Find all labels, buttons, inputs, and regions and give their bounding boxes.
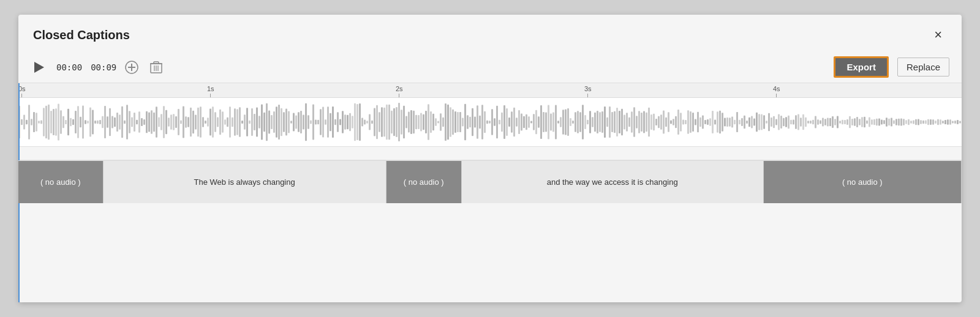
close-button[interactable]: ×: [929, 26, 947, 44]
svg-rect-158: [383, 108, 385, 136]
svg-rect-182: [442, 117, 444, 127]
svg-rect-21: [48, 105, 50, 140]
svg-rect-289: [704, 120, 706, 124]
svg-rect-25: [58, 104, 59, 141]
svg-rect-76: [183, 106, 184, 138]
svg-rect-12: [26, 120, 28, 124]
svg-rect-170: [413, 111, 415, 133]
svg-rect-132: [320, 109, 322, 135]
timecode-total: 00:09: [91, 62, 116, 72]
svg-rect-156: [379, 112, 380, 132]
svg-rect-218: [530, 121, 532, 123]
caption-no-audio[interactable]: ( no audio ): [764, 161, 962, 203]
svg-rect-309: [753, 119, 755, 126]
svg-rect-89: [214, 112, 216, 132]
svg-rect-263: [641, 113, 643, 132]
svg-rect-198: [481, 105, 483, 140]
svg-rect-262: [638, 111, 640, 133]
svg-rect-140: [339, 119, 341, 125]
svg-rect-38: [89, 108, 91, 137]
add-button[interactable]: [123, 58, 141, 76]
svg-rect-135: [327, 106, 329, 137]
svg-rect-192: [467, 115, 469, 129]
svg-rect-249: [606, 117, 608, 127]
ruler-tick: 2s: [396, 85, 403, 97]
svg-rect-340: [829, 118, 831, 126]
svg-rect-258: [628, 117, 630, 127]
svg-rect-191: [464, 104, 466, 140]
ruler-tick-line: [776, 94, 777, 97]
svg-rect-74: [178, 109, 179, 135]
svg-rect-147: [356, 104, 358, 140]
svg-rect-83: [200, 106, 202, 137]
play-icon: [34, 62, 44, 73]
svg-rect-24: [55, 108, 57, 135]
caption-text[interactable]: and the way we access it is changing: [462, 161, 764, 203]
svg-rect-282: [687, 110, 689, 133]
svg-rect-32: [75, 111, 77, 133]
svg-rect-56: [134, 113, 135, 132]
svg-rect-311: [758, 114, 760, 130]
ruler-tick: 1s: [207, 85, 214, 97]
svg-rect-48: [114, 117, 116, 127]
svg-rect-15: [33, 112, 35, 132]
svg-rect-29: [67, 109, 69, 136]
svg-rect-111: [268, 111, 270, 134]
svg-rect-393: [959, 121, 961, 123]
svg-rect-231: [562, 110, 564, 134]
svg-rect-100: [241, 121, 243, 124]
svg-rect-33: [77, 106, 79, 138]
svg-rect-350: [854, 118, 856, 126]
svg-rect-354: [864, 117, 865, 127]
svg-rect-212: [516, 117, 518, 126]
svg-rect-95: [229, 106, 231, 137]
svg-rect-141: [342, 111, 344, 133]
play-button[interactable]: [31, 59, 48, 76]
svg-rect-280: [682, 119, 684, 124]
svg-rect-84: [202, 117, 204, 127]
svg-rect-291: [709, 118, 711, 126]
svg-rect-86: [207, 117, 209, 127]
svg-rect-179: [435, 118, 437, 126]
svg-rect-211: [513, 108, 515, 137]
svg-rect-108: [261, 104, 263, 140]
svg-rect-58: [138, 111, 140, 133]
svg-rect-118: [285, 109, 287, 136]
replace-button[interactable]: Replace: [897, 58, 949, 76]
svg-rect-233: [567, 108, 569, 136]
playhead: [18, 98, 20, 146]
export-button[interactable]: Export: [834, 56, 889, 78]
svg-rect-363: [886, 117, 888, 126]
svg-rect-357: [871, 119, 873, 125]
delete-button[interactable]: [147, 58, 165, 76]
svg-rect-241: [587, 120, 589, 124]
svg-rect-59: [141, 118, 143, 126]
svg-rect-351: [856, 117, 858, 127]
ruler: 0s1s2s3s4s5s: [18, 83, 962, 98]
svg-rect-116: [281, 108, 282, 136]
svg-rect-367: [895, 119, 897, 125]
svg-rect-105: [254, 114, 255, 130]
svg-rect-344: [839, 121, 841, 124]
svg-rect-304: [741, 118, 743, 126]
svg-rect-295: [719, 111, 721, 133]
dialog-title: Closed Captions: [33, 28, 130, 42]
svg-rect-44: [104, 106, 106, 138]
svg-rect-324: [790, 120, 792, 124]
svg-rect-109: [263, 113, 265, 132]
svg-rect-54: [129, 111, 130, 133]
svg-rect-332: [810, 121, 812, 124]
svg-rect-160: [388, 105, 390, 140]
ruler-tick-line: [587, 94, 588, 97]
svg-rect-248: [604, 106, 606, 138]
svg-rect-169: [410, 110, 412, 134]
svg-rect-370: [903, 119, 905, 125]
svg-rect-329: [802, 114, 804, 130]
caption-no-audio[interactable]: ( no audio ): [386, 161, 462, 203]
svg-rect-246: [599, 112, 601, 132]
caption-text[interactable]: The Web is always changing: [104, 161, 386, 203]
svg-rect-275: [670, 120, 672, 124]
caption-no-audio[interactable]: ( no audio ): [18, 161, 104, 203]
svg-rect-142: [344, 114, 346, 130]
svg-rect-356: [869, 117, 870, 127]
